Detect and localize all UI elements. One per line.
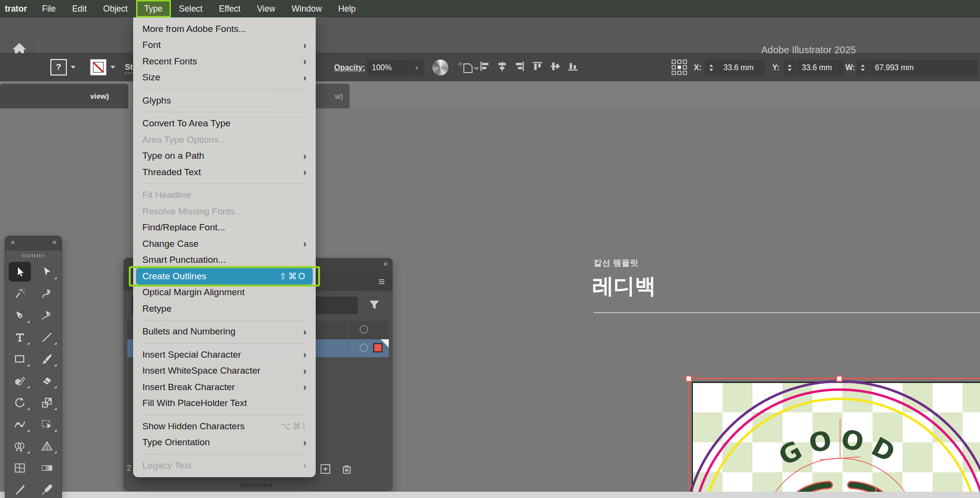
collapse-panel-icon[interactable]: « bbox=[52, 238, 56, 246]
stroke-label[interactable]: St bbox=[125, 63, 133, 74]
menubar-item-illustrator[interactable]: trator bbox=[1, 0, 34, 17]
y-value: 33.6 mm bbox=[802, 63, 832, 72]
fill-swatch[interactable]: ? bbox=[50, 59, 67, 75]
menu-item-show-hidden-characters[interactable]: Show Hidden Characters⌥⌘I bbox=[133, 418, 316, 435]
opacity-dropdown[interactable]: › bbox=[409, 60, 424, 75]
menu-item-optical-margin-alignment[interactable]: Optical Margin Alignment bbox=[133, 285, 316, 301]
opacity-label[interactable]: Opacity: bbox=[334, 63, 365, 72]
menu-item-label: Insert Special Character bbox=[142, 349, 241, 360]
menu-item-smart-punctuation[interactable]: Smart Punctuation... bbox=[133, 252, 316, 269]
tool-selection[interactable] bbox=[6, 261, 33, 283]
menu-item-glyphs[interactable]: Glyphs bbox=[133, 92, 316, 109]
tool-lasso[interactable] bbox=[33, 283, 61, 304]
tool-knife[interactable] bbox=[6, 479, 33, 498]
menubar-item-file[interactable]: File bbox=[34, 0, 64, 17]
menubar-item-help[interactable]: Help bbox=[330, 0, 364, 17]
opacity-field[interactable]: 100% › bbox=[367, 60, 424, 75]
tool-type[interactable] bbox=[6, 326, 33, 348]
align-bottom-button[interactable] bbox=[567, 61, 578, 74]
tool-eyedropper[interactable] bbox=[33, 479, 61, 498]
tool-direct-selection[interactable] bbox=[33, 261, 61, 283]
menu-item-convert-to-area-type[interactable]: Convert To Area Type bbox=[133, 116, 316, 132]
menubar-item-object[interactable]: Object bbox=[95, 0, 136, 17]
tool-curvature[interactable] bbox=[33, 304, 61, 326]
stroke-swatch[interactable] bbox=[90, 59, 107, 75]
tool-line-segment[interactable] bbox=[33, 326, 61, 348]
menu-item-label: Threaded Text bbox=[142, 167, 201, 178]
menubar-item-window[interactable]: Window bbox=[283, 0, 330, 17]
tool-mesh[interactable] bbox=[6, 457, 33, 479]
menu-item-size[interactable]: Size› bbox=[133, 70, 316, 86]
fill-dropdown[interactable] bbox=[67, 59, 79, 75]
panel-drag-grip[interactable] bbox=[22, 254, 45, 257]
menu-item-insert-break-character[interactable]: Insert Break Character› bbox=[133, 379, 316, 395]
menu-item-recent-fonts[interactable]: Recent Fonts› bbox=[133, 53, 316, 70]
tools-panel-header: × « bbox=[5, 236, 61, 251]
menu-item-insert-whitespace-character[interactable]: Insert WhiteSpace Character› bbox=[133, 363, 316, 379]
tool-pen[interactable] bbox=[6, 304, 33, 326]
align-top-button[interactable] bbox=[532, 61, 543, 74]
collapse-panel-icon[interactable]: « bbox=[383, 259, 387, 268]
stroke-control[interactable] bbox=[90, 59, 119, 75]
tool-scale[interactable] bbox=[33, 392, 61, 413]
tool-rotate[interactable] bbox=[6, 392, 33, 413]
artwork-selection[interactable]: GOOD bbox=[685, 375, 980, 492]
menubar-item-select[interactable]: Select bbox=[171, 0, 211, 17]
y-field[interactable]: 33.6 mm bbox=[796, 60, 843, 75]
menu-item-change-case[interactable]: Change Case› bbox=[133, 236, 316, 252]
align-center-button[interactable] bbox=[497, 61, 507, 74]
tool-magic-wand[interactable] bbox=[6, 283, 33, 304]
stroke-dropdown[interactable] bbox=[107, 59, 119, 75]
tool-rectangle[interactable] bbox=[6, 348, 33, 370]
tool-free-transform[interactable] bbox=[33, 413, 61, 435]
menubar-item-effect[interactable]: Effect bbox=[211, 0, 248, 17]
menubar-item-edit[interactable]: Edit bbox=[64, 0, 95, 17]
tool-width[interactable] bbox=[6, 413, 33, 435]
selection-handle[interactable] bbox=[686, 376, 691, 381]
tool-gradient[interactable] bbox=[33, 457, 61, 479]
separator bbox=[452, 60, 453, 75]
w-field[interactable]: 67.993 mm bbox=[870, 60, 977, 75]
y-stepper[interactable] bbox=[783, 60, 796, 75]
new-layer-button[interactable] bbox=[319, 463, 332, 475]
recolor-artwork-icon[interactable] bbox=[432, 60, 448, 75]
target-circle-icon[interactable] bbox=[360, 344, 368, 352]
tool-shaper[interactable] bbox=[6, 370, 33, 392]
delete-layer-button[interactable] bbox=[340, 463, 353, 475]
menubar-item-view[interactable]: View bbox=[249, 0, 284, 17]
target-circle-icon[interactable] bbox=[360, 325, 368, 333]
x-stepper[interactable] bbox=[705, 60, 717, 75]
align-right-button[interactable] bbox=[514, 61, 525, 74]
selection-handle[interactable] bbox=[837, 376, 842, 381]
close-icon[interactable]: × bbox=[11, 238, 15, 246]
panel-resize-grip[interactable] bbox=[240, 483, 274, 487]
menu-item-create-outlines[interactable]: Create Outlines⇧⌘O bbox=[136, 268, 313, 285]
w-stepper[interactable] bbox=[857, 60, 869, 75]
menu-item-retype[interactable]: Retype bbox=[133, 301, 316, 317]
menubar-item-type[interactable]: Type bbox=[136, 0, 171, 17]
x-field[interactable]: 33.6 mm bbox=[718, 60, 765, 75]
menu-item-threaded-text[interactable]: Threaded Text› bbox=[133, 164, 316, 181]
tool-perspective-grid[interactable] bbox=[33, 435, 61, 457]
panel-menu-icon[interactable]: ≡ bbox=[379, 275, 385, 288]
align-left-button[interactable] bbox=[479, 61, 490, 74]
menu-item-type-orientation[interactable]: Type Orientation› bbox=[133, 435, 316, 451]
magic-wand-icon bbox=[14, 287, 26, 300]
align-middle-button[interactable] bbox=[550, 61, 561, 74]
menu-item-insert-special-character[interactable]: Insert Special Character› bbox=[133, 347, 316, 363]
artboard-options-button[interactable] bbox=[458, 61, 479, 76]
filter-button[interactable] bbox=[366, 297, 383, 314]
menu-item-bullets-and-numbering[interactable]: Bullets and Numbering› bbox=[133, 324, 316, 340]
menu-item-find-replace-font[interactable]: Find/Replace Font... bbox=[133, 220, 316, 236]
tool-paintbrush[interactable] bbox=[33, 348, 61, 370]
document-tab-active[interactable]: view) bbox=[0, 84, 128, 108]
menu-item-type-on-a-path[interactable]: Type on a Path› bbox=[133, 148, 316, 165]
fill-control[interactable]: ? bbox=[50, 59, 79, 75]
tool-eraser[interactable] bbox=[33, 370, 61, 392]
reference-point-locator[interactable] bbox=[671, 59, 688, 77]
menu-item-font[interactable]: Font› bbox=[133, 37, 316, 54]
tool-shape-builder[interactable] bbox=[6, 435, 33, 457]
rotate-tool-icon bbox=[14, 396, 26, 409]
menu-item-more-from-adobe-fonts[interactable]: More from Adobe Fonts... bbox=[133, 21, 316, 37]
menu-item-fill-with-placeholder-text[interactable]: Fill With PlaceHolder Text bbox=[133, 395, 316, 412]
